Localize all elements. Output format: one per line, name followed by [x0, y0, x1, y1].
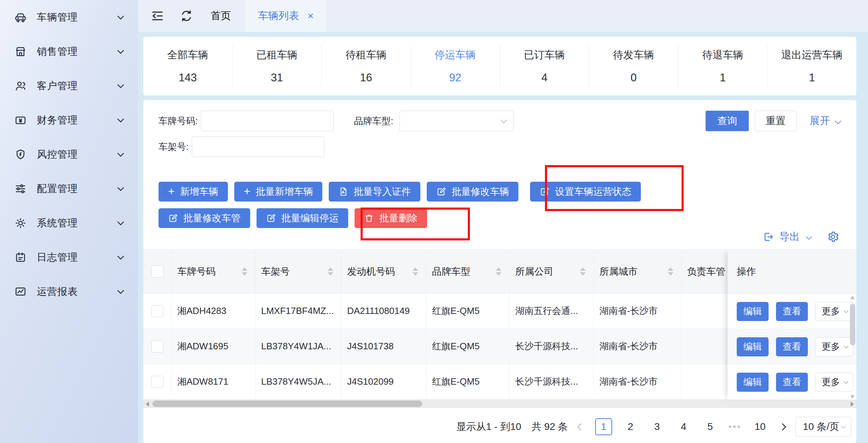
more-row-button[interactable]: 更多 [815, 302, 853, 321]
cell-company: 湖南五行会通... [510, 293, 594, 328]
sidebar-item-config-mgmt[interactable]: 配置管理 [0, 171, 138, 206]
cell-engine: J4S101738 [341, 329, 426, 364]
search-button[interactable]: 查询 [706, 111, 749, 131]
vertical-scrollbar[interactable] [850, 296, 855, 398]
column-settings-gear-icon[interactable] [827, 231, 839, 243]
select-all-checkbox[interactable] [151, 266, 163, 278]
row-checkbox[interactable] [151, 376, 163, 388]
sidebar-item-label: 日志管理 [37, 251, 78, 264]
set-operation-status-button[interactable]: 设置车辆运营状态 [530, 182, 641, 202]
sidebar-item-label: 风控管理 [37, 148, 78, 161]
refresh-icon[interactable] [179, 9, 194, 23]
sidebar-item-customer-mgmt[interactable]: 客户管理 [0, 69, 138, 103]
reset-button[interactable]: 重置 [755, 111, 797, 131]
cell-city: 湖南省-长沙市 [594, 364, 682, 399]
sidebar-item-log-mgmt[interactable]: 日志管理 [0, 240, 138, 274]
collapse-sidebar-icon[interactable] [150, 9, 165, 23]
sidebar-item-finance-mgmt[interactable]: 财务管理 [0, 103, 138, 137]
scroll-down-arrow-icon[interactable] [850, 395, 855, 398]
sort-icon[interactable] [242, 267, 247, 276]
stat-awaiting-return[interactable]: 待退车辆 1 [678, 45, 767, 88]
batch-edit-vehicle-button[interactable]: 批量修改车辆 [427, 182, 518, 202]
vertical-scrollbar-thumb[interactable] [850, 304, 855, 345]
batch-add-vehicle-button[interactable]: + 批量新增车辆 [234, 182, 323, 202]
batch-edit-suspension-button[interactable]: 批量编辑停运 [257, 208, 348, 228]
vehicle-stats-card: 全部车辆 143 已租车辆 31 待租车辆 16 停运车辆 92 已订车辆 4 … [143, 37, 856, 95]
col-header-vin: 车架号 [255, 250, 341, 293]
tab-home[interactable]: 首页 [211, 9, 231, 23]
button-label: 批量修改车管 [183, 212, 241, 225]
pagination-ellipsis[interactable]: ••• [729, 422, 742, 432]
scroll-up-arrow-icon[interactable] [850, 296, 855, 299]
col-header-city: 所属城市 [594, 250, 682, 293]
sort-icon[interactable] [668, 267, 673, 276]
plate-number-input[interactable] [201, 111, 334, 131]
edit-row-button[interactable]: 编辑 [737, 337, 769, 356]
sort-icon[interactable] [580, 267, 586, 276]
sort-icon[interactable] [496, 267, 501, 276]
cell-model: 红旗E-QM5 [426, 364, 510, 399]
view-row-button[interactable]: 查看 [776, 302, 808, 321]
stat-label: 停运车辆 [411, 48, 500, 62]
sidebar-item-label: 系统管理 [37, 216, 78, 230]
expand-filters-link[interactable]: 展开 [810, 114, 840, 128]
view-row-button[interactable]: 查看 [776, 373, 808, 392]
col-header-company: 所属公司 [510, 250, 594, 293]
edit-row-button[interactable]: 编辑 [737, 302, 769, 321]
brand-model-select[interactable] [399, 111, 513, 131]
view-row-button[interactable]: 查看 [776, 337, 808, 356]
sidebar-item-sales-mgmt[interactable]: 销售管理 [0, 34, 138, 69]
vin-input[interactable] [192, 136, 324, 157]
more-row-button[interactable]: 更多 [815, 337, 853, 356]
page-number-1[interactable]: 1 [595, 418, 612, 435]
cell-plate: 湘ADW1695 [172, 329, 255, 364]
row-operations: 编辑 查看 更多 [728, 365, 856, 400]
stat-all-vehicles[interactable]: 全部车辆 143 [143, 45, 232, 88]
stat-awaiting-rent[interactable]: 待租车辆 16 [321, 45, 410, 88]
page-number-3[interactable]: 3 [649, 418, 665, 435]
stat-reserved[interactable]: 已订车辆 4 [500, 45, 589, 88]
page-number-2[interactable]: 2 [622, 418, 639, 435]
scroll-right-arrow-icon[interactable] [851, 402, 854, 407]
page-number-10[interactable]: 10 [752, 418, 768, 435]
sort-icon[interactable] [328, 267, 333, 276]
page-number-4[interactable]: 4 [676, 418, 692, 435]
export-link[interactable]: 导出 [763, 230, 811, 244]
stat-awaiting-dispatch[interactable]: 待发车辆 0 [589, 45, 678, 88]
more-row-button[interactable]: 更多 [815, 373, 853, 392]
edit-row-button[interactable]: 编辑 [737, 373, 769, 392]
sidebar-item-label: 配置管理 [37, 182, 78, 196]
horizontal-scrollbar-thumb[interactable] [153, 401, 422, 407]
page-size-select[interactable]: 10 条/页 [795, 417, 851, 437]
add-vehicle-button[interactable]: + 新增车辆 [159, 182, 228, 202]
next-page-icon[interactable] [779, 423, 786, 430]
toolbar-row-2: 批量修改车管 批量编辑停运 批量删除 [143, 208, 856, 228]
sidebar: 车辆管理 销售管理 客户管理 财务管理 风控管理 配置管理 [0, 0, 138, 443]
close-tab-icon[interactable]: × [307, 11, 314, 21]
prev-page-icon[interactable] [577, 423, 585, 430]
sidebar-item-risk-mgmt[interactable]: 风控管理 [0, 137, 138, 171]
stat-retired[interactable]: 退出运营车辆 1 [767, 45, 856, 88]
batch-import-docs-button[interactable]: 批量导入证件 [329, 182, 420, 202]
sidebar-item-vehicle-mgmt[interactable]: 车辆管理 [0, 0, 138, 34]
header-label: 所属公司 [515, 265, 553, 278]
tab-vehicle-list[interactable]: 车辆列表 × [245, 0, 327, 32]
horizontal-scrollbar[interactable] [143, 400, 856, 408]
more-label: 更多 [822, 376, 840, 388]
col-header-model: 品牌车型 [426, 250, 510, 293]
row-checkbox[interactable] [151, 305, 163, 317]
sort-icon[interactable] [413, 267, 418, 276]
row-checkbox[interactable] [151, 340, 163, 352]
sidebar-item-system-mgmt[interactable]: 系统管理 [0, 206, 138, 240]
stat-suspended[interactable]: 停运车辆 92 [410, 45, 500, 88]
batch-edit-manager-button[interactable]: 批量修改车管 [159, 208, 250, 228]
sidebar-item-reports[interactable]: 运营报表 [0, 274, 138, 309]
journal-icon [14, 251, 27, 264]
document-icon [338, 187, 348, 197]
page-number-5[interactable]: 5 [702, 418, 718, 435]
stat-label: 退出运营车辆 [768, 48, 856, 62]
stat-rented[interactable]: 已租车辆 31 [232, 45, 321, 88]
brand-model-label: 品牌车型: [354, 115, 393, 127]
scroll-left-arrow-icon[interactable] [146, 402, 149, 407]
batch-delete-button[interactable]: 批量删除 [355, 208, 427, 228]
